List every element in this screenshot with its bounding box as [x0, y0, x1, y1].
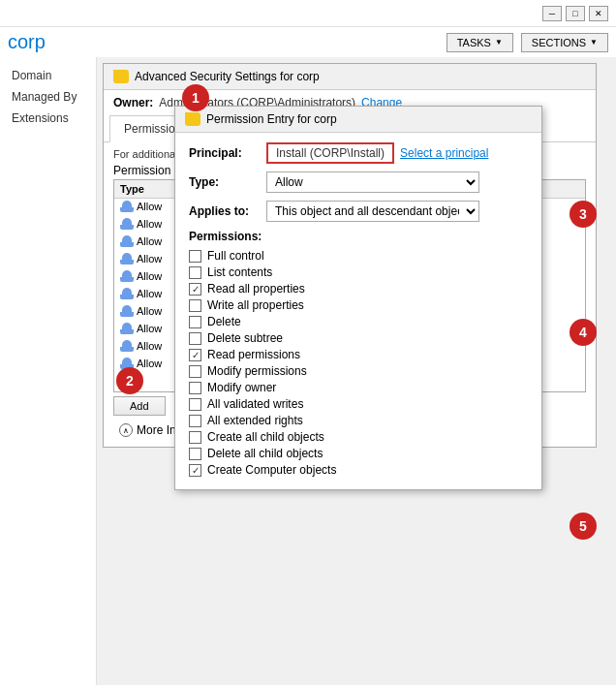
select-principal-link[interactable]: Select a principal: [400, 146, 488, 160]
sidebar-item-managed-by[interactable]: Managed By: [0, 86, 96, 108]
list-item: Write all properties: [189, 298, 528, 312]
permission-checkbox[interactable]: [189, 448, 201, 460]
permission-label: Write all properties: [207, 298, 304, 312]
list-item: All extended rights: [189, 414, 528, 427]
annotation-bubble-5: 5: [570, 513, 597, 540]
adv-security-title-text: Advanced Security Settings for corp: [135, 70, 320, 83]
maximize-button[interactable]: □: [566, 6, 585, 21]
app-title: corp: [8, 31, 46, 53]
owner-label: Owner:: [113, 96, 153, 109]
permission-checkbox[interactable]: [189, 464, 201, 477]
permission-checkbox[interactable]: [189, 283, 201, 296]
permission-label: Delete all child objects: [207, 447, 323, 460]
permission-label: Modify owner: [207, 381, 276, 394]
sidebar-item-extensions[interactable]: Extensions: [0, 108, 96, 129]
applies-select[interactable]: This object and all descendant objects: [266, 201, 479, 222]
sections-label: SECTIONS: [532, 37, 586, 48]
list-item: Delete: [189, 315, 528, 328]
permission-checkbox[interactable]: [189, 415, 201, 427]
principal-label: Principal:: [189, 146, 266, 160]
list-item: Modify permissions: [189, 364, 528, 378]
folder-icon: [113, 70, 129, 83]
permission-label: Delete: [207, 315, 241, 328]
list-item: Create all child objects: [189, 430, 528, 444]
minimize-button[interactable]: ─: [542, 6, 562, 21]
sidebar: Domain Managed By Extensions: [0, 57, 97, 685]
permission-checkbox[interactable]: [189, 316, 201, 328]
permission-checkbox[interactable]: [189, 349, 201, 361]
list-item: Create Computer objects: [189, 463, 528, 477]
list-item: Read permissions: [189, 348, 528, 361]
permission-label: Modify permissions: [207, 364, 307, 378]
perm-entry-folder-icon: [185, 112, 200, 126]
main-area: Domain Managed By Extensions Advanced Se…: [0, 57, 616, 685]
adv-security-title-bar: Advanced Security Settings for corp: [104, 64, 596, 90]
list-item: All validated writes: [189, 397, 528, 411]
add-button[interactable]: Add: [113, 396, 166, 416]
permission-label: Create all child objects: [207, 430, 324, 444]
permission-label: Create Computer objects: [207, 463, 336, 477]
type-row: Type: Allow: [189, 171, 528, 193]
perm-entry-dialog: Permission Entry for corp Principal: Ins…: [174, 106, 542, 490]
list-item: Full control: [189, 249, 528, 263]
tasks-label: TASKS: [457, 37, 491, 48]
toolbar: corp TASKS ▼ SECTIONS ▼: [0, 27, 616, 57]
type-select[interactable]: Allow: [266, 171, 479, 193]
permissions-section-label: Permissions:: [189, 230, 528, 243]
permission-checkbox[interactable]: [189, 365, 201, 378]
permission-label: Full control: [207, 249, 264, 263]
sections-arrow-icon: ▼: [590, 38, 598, 47]
permission-checkbox[interactable]: [189, 382, 201, 394]
tasks-button[interactable]: TASKS ▼: [447, 33, 513, 52]
applies-row: Applies to: This object and all descenda…: [189, 201, 528, 222]
permission-label: Read all properties: [207, 282, 305, 296]
tasks-arrow-icon: ▼: [495, 38, 503, 47]
permission-label: Read permissions: [207, 348, 300, 361]
window-controls: ─ □ ✕: [542, 6, 608, 21]
permission-checkbox[interactable]: [189, 398, 201, 411]
principal-value: Install (CORP\Install): [266, 142, 394, 164]
title-bar: ─ □ ✕: [0, 0, 616, 27]
perm-entry-title-bar: Permission Entry for corp: [175, 107, 541, 133]
annotation-bubble-3: 3: [570, 201, 597, 228]
list-item: Read all properties: [189, 282, 528, 296]
perm-entry-body: Principal: Install (CORP\Install) Select…: [175, 133, 541, 489]
type-label: Type:: [189, 175, 266, 189]
permission-label: All validated writes: [207, 397, 303, 411]
close-button[interactable]: ✕: [589, 6, 608, 21]
list-item: Delete all child objects: [189, 447, 528, 460]
permission-checkbox[interactable]: [189, 431, 201, 444]
perm-list: Full control List contents Read all prop…: [189, 249, 528, 477]
sidebar-item-domain[interactable]: Domain: [0, 65, 96, 86]
annotation-bubble-2: 2: [116, 367, 143, 394]
principal-row: Principal: Install (CORP\Install) Select…: [189, 142, 528, 164]
annotation-bubble-1: 1: [182, 84, 209, 111]
content-area: Advanced Security Settings for corp Owne…: [97, 57, 616, 685]
main-window: ─ □ ✕ corp TASKS ▼ SECTIONS ▼ Domain Man…: [0, 0, 616, 685]
permission-label: List contents: [207, 265, 272, 279]
chevron-up-icon: ∧: [119, 423, 133, 437]
permissions-section: Permissions: Full control List contents …: [189, 230, 528, 477]
permission-checkbox[interactable]: [189, 299, 201, 312]
permission-label: All extended rights: [207, 414, 303, 427]
perm-entry-title-text: Permission Entry for corp: [206, 112, 337, 126]
permission-checkbox[interactable]: [189, 266, 201, 279]
list-item: Modify owner: [189, 381, 528, 394]
list-item: List contents: [189, 265, 528, 279]
applies-label: Applies to:: [189, 204, 266, 218]
permission-label: Delete subtree: [207, 331, 283, 345]
permission-checkbox[interactable]: [189, 250, 201, 263]
list-item: Delete subtree: [189, 331, 528, 345]
permission-checkbox[interactable]: [189, 332, 201, 345]
sections-button[interactable]: SECTIONS ▼: [521, 33, 608, 52]
annotation-bubble-4: 4: [570, 319, 597, 346]
